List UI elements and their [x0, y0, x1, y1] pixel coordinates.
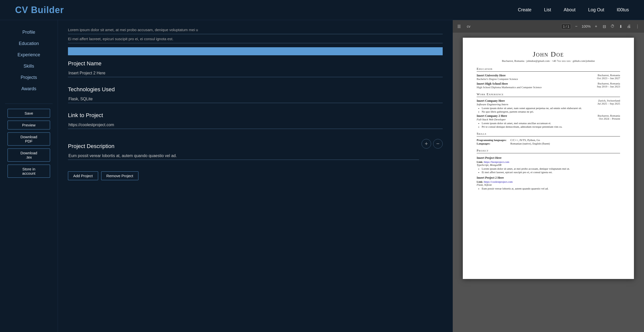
form-area: Lorem ipsum dolor sit amet, at mei probo…: [58, 20, 453, 332]
main-layout: Profile Education Experience Skills Proj…: [0, 20, 644, 332]
edu-1-date: Oct 2023 – Jun 2027: [597, 77, 620, 80]
description-section: Project Description + −: [68, 138, 443, 164]
header: CV Builder Create List About Log Out l00…: [0, 0, 644, 20]
download-pdf-button[interactable]: DownloadPDF: [8, 132, 50, 146]
nav-list[interactable]: List: [544, 7, 551, 13]
exp-2-bullet-2: Pri te consul denique democritum, admodu…: [482, 125, 620, 128]
description-input[interactable]: [68, 152, 419, 160]
pdf-more-button[interactable]: ⋮: [634, 23, 641, 30]
app-logo: CV Builder: [15, 5, 64, 15]
exp-2-bullets: Lorem ipsum dolor sit amet, mel ornatus …: [482, 122, 620, 128]
download-tex-button[interactable]: Download.tex: [8, 149, 50, 162]
form-text-line1: Lorem ipsum dolor sit amet, at mei probo…: [68, 28, 443, 32]
exp-2-role: Full-Stack Web Developer: [477, 118, 595, 121]
sidebar-divider: [5, 104, 53, 104]
pdf-print-button[interactable]: 🖨: [625, 23, 632, 30]
exp-entry-1-left: Insert Company Here Software Engineering…: [477, 99, 595, 106]
skills-row-1: Programming languages: C/C++, JS/TS, Pyt…: [477, 138, 620, 141]
edu-1-school: Insert University Here: [477, 74, 594, 77]
sidebar-item-skills[interactable]: Skills: [0, 62, 58, 71]
pdf-menu-button[interactable]: ☰: [456, 23, 462, 30]
pdf-clock-button[interactable]: ⏱: [609, 23, 616, 30]
nav-create[interactable]: Create: [518, 7, 532, 13]
technologies-label: Technologies Used: [68, 86, 443, 93]
skills-value-1: C/C++, JS/TS, Python, Go: [510, 138, 540, 141]
proj-2-name: Insert Project 2 Here: [477, 176, 504, 179]
proj-1-link-row: Link: https://bestproject.com: [477, 160, 620, 163]
edu-2-location: Bucharest, Romania: [597, 82, 620, 85]
description-controls: + −: [422, 138, 443, 149]
remove-description-button[interactable]: −: [433, 139, 443, 149]
pdf-doc-name: cv: [467, 24, 470, 28]
nav-user[interactable]: l00tus: [617, 7, 629, 13]
exp-entry-2-left: Insert Company 2 Here Full-Stack Web Dev…: [477, 114, 595, 121]
edu-2-degree: High School Diploma Mathematics and Comp…: [477, 86, 594, 89]
link-input[interactable]: [68, 121, 443, 129]
link-label: Link to Project: [68, 112, 443, 119]
project-name-label: Project Name: [68, 60, 443, 67]
project-name-input[interactable]: [68, 69, 443, 77]
nav-logout[interactable]: Log Out: [588, 7, 604, 13]
skills-value-2: Romanian (native), English (fluent): [510, 142, 550, 145]
pdf-toolbar: ☰ cv 1 / 1 − 100% + ⊟ ⏱ ⬇ 🖨 ⋮: [453, 20, 644, 33]
proj-2-header: Insert Project 2 Here: [477, 175, 620, 180]
proj-2-bullets: Eum possit verear lobortis at, autem qua…: [482, 187, 620, 190]
exp-1-role: Software Engineering Intern: [477, 103, 595, 106]
pdf-zoom-in-button[interactable]: +: [593, 23, 599, 30]
exp-2-company: Insert Company 2 Here: [477, 114, 595, 118]
logo-cv: CV: [15, 5, 28, 15]
education-section-title: Education: [477, 67, 620, 72]
highlighted-input[interactable]: [68, 47, 443, 55]
store-account-button[interactable]: Store inaccount: [8, 165, 50, 178]
exp-1-right: Zurich, Switzerland Jul 2025 – Sep 2025: [597, 99, 620, 105]
save-button[interactable]: Save: [8, 109, 50, 118]
proj-1-link: https://bestproject.com: [484, 160, 509, 163]
sidebar-buttons: Save Preview DownloadPDF Download.tex St…: [0, 109, 58, 178]
pdf-download-button[interactable]: ⬇: [618, 23, 624, 30]
nav-about[interactable]: About: [564, 7, 576, 13]
pdf-page-total: 1: [567, 25, 569, 28]
exp-entry-2: Insert Company 2 Here Full-Stack Web Dev…: [477, 114, 620, 121]
proj-1-bullets: Lorem ipsum dolor sit amet, at mei probo…: [482, 167, 620, 174]
sidebar-item-experience[interactable]: Experience: [0, 50, 58, 60]
experience-section-title: Work Experience: [477, 92, 620, 97]
edu-1-degree: Bachelor's Degree Computer Science: [477, 77, 594, 80]
add-project-button[interactable]: Add Project: [68, 171, 98, 180]
edu-entry-2-left: Insert High School Here High School Dipl…: [477, 82, 594, 89]
pdf-zoom-value: 100%: [581, 24, 592, 28]
proj-2-link-row: Link: https://coolestproject.com: [477, 180, 620, 183]
proj-entry-2: Insert Project 2 Here Link: https://cool…: [477, 175, 620, 190]
edu-1-right: Bucharest, Romania Oct 2023 – Jun 2027: [597, 74, 620, 80]
pdf-page-current: 1: [563, 25, 565, 28]
preview-button[interactable]: Preview: [8, 121, 50, 129]
proj-1-bullet-2: Ei mei affert laoreet, epicuri suscipit …: [482, 171, 620, 174]
exp-1-company: Insert Company Here: [477, 99, 595, 103]
pdf-presentation-button[interactable]: ⊟: [601, 23, 608, 30]
exp-1-bullet-1: Lorem ipsum dolor sit amet, nam sonet ap…: [482, 107, 620, 110]
exp-2-right: Bucharest, Romania Oct 2024 – Present: [598, 114, 620, 120]
description-label: Project Description: [68, 143, 419, 150]
technologies-input[interactable]: [68, 95, 443, 103]
pdf-zoom-out-button[interactable]: −: [574, 23, 579, 30]
sidebar-item-awards[interactable]: Awards: [0, 84, 58, 93]
logo-builder: Builder: [28, 5, 64, 15]
remove-project-button[interactable]: Remove Project: [101, 171, 139, 180]
proj-1-tech: TypeScript, MongoDB: [477, 163, 620, 166]
proj-2-link: https://coolestproject.com: [484, 180, 513, 183]
skills-row-2: Languages: Romanian (native), English (f…: [477, 142, 620, 145]
sidebar-item-projects[interactable]: Projects: [0, 73, 58, 82]
pdf-zoom-controls: − 100% +: [574, 23, 599, 30]
add-description-button[interactable]: +: [422, 139, 431, 149]
sidebar-nav: Profile Education Experience Skills Proj…: [0, 28, 58, 93]
pdf-preview: ☰ cv 1 / 1 − 100% + ⊟ ⏱ ⬇ 🖨 ⋮: [453, 20, 644, 332]
sidebar-item-profile[interactable]: Profile: [0, 28, 58, 37]
edu-entry-1-left: Insert University Here Bachelor's Degree…: [477, 74, 594, 80]
skills-label-1: Programming languages:: [477, 138, 509, 141]
proj-2-link-label: Link:: [477, 180, 484, 183]
edu-2-date: Sep 2019 – Jun 2023: [597, 85, 620, 88]
proj-1-link-label: Link:: [477, 160, 484, 163]
exp-2-bullet-1: Lorem ipsum dolor sit amet, mel ornatus …: [482, 122, 620, 125]
sidebar-item-education[interactable]: Education: [0, 39, 58, 48]
pdf-page: John Doe Bucharest, Romania · johndoe@gm…: [463, 38, 634, 279]
main-nav: Create List About Log Out l00tus: [518, 7, 629, 13]
